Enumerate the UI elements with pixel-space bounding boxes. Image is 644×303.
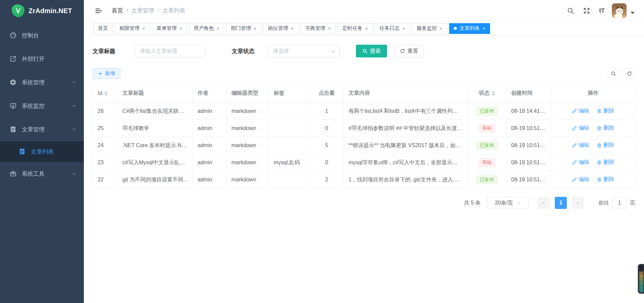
sidebar-item-article[interactable]: 文章管理 (0, 118, 84, 141)
status-filter-select[interactable]: 请选择 (268, 45, 339, 57)
close-icon[interactable]: × (328, 26, 331, 31)
pagination-total: 共 5 条 (464, 200, 481, 207)
sidebar-item-system[interactable]: 系统管理 (0, 71, 84, 94)
title-filter-input[interactable] (135, 45, 205, 57)
column-header-status[interactable]: 状态 (468, 84, 506, 103)
prev-page-button[interactable] (538, 197, 550, 209)
edit-link-label: 编辑 (579, 176, 589, 183)
tab-label: 任务日志 (379, 25, 399, 32)
cell-actions: 编辑删除 (551, 120, 635, 137)
edit-link[interactable]: 编辑 (572, 159, 589, 166)
reset-button[interactable]: 重置 (394, 45, 424, 57)
sidebar-item-article-list[interactable]: 文章列表 (0, 141, 84, 162)
fullscreen-icon[interactable] (583, 7, 590, 14)
page-number-button[interactable]: 1 (555, 197, 567, 209)
cell-id: 22 (93, 171, 118, 188)
goto-page-input[interactable] (612, 197, 627, 209)
column-header-author: 作者 (193, 84, 227, 103)
cell-content: #羽毛球拍参数说明 ## 中管软硬选择以及长度介... (344, 120, 468, 137)
sidebar-item-external[interactable]: 外部打开 (0, 47, 84, 71)
edit-link[interactable]: 编辑 (572, 142, 589, 149)
cell-created: 08-19 10:51:25 (506, 154, 551, 171)
chevron-down-icon (72, 171, 76, 176)
tab-字典管理[interactable]: 字典管理× (301, 23, 336, 34)
search-icon[interactable] (567, 7, 574, 14)
close-icon[interactable]: × (365, 26, 368, 31)
edit-link[interactable]: 编辑 (572, 107, 589, 115)
sort-carets-icon[interactable] (492, 91, 495, 96)
edit-link-label: 编辑 (579, 125, 589, 132)
close-icon[interactable]: × (439, 26, 442, 31)
tab-label: 权限管理 (119, 25, 140, 32)
logo-icon: V (12, 4, 24, 17)
edit-link[interactable]: 编辑 (572, 176, 589, 183)
tab-文章列表[interactable]: 文章列表× (449, 23, 490, 34)
delete-link-label: 删除 (603, 125, 614, 132)
sidebar-item-console[interactable]: 控制台 (0, 24, 84, 47)
cell-author: admin (193, 137, 227, 154)
tab-用户角色[interactable]: 用户角色× (189, 23, 224, 34)
toggle-search-button[interactable] (607, 68, 619, 79)
close-icon[interactable]: × (291, 26, 294, 31)
breadcrumb-item[interactable]: 首页 (112, 7, 123, 14)
avatar[interactable] (612, 3, 627, 18)
cell-actions: 编辑删除 (551, 103, 635, 120)
font-size-icon[interactable]: tT (599, 7, 604, 14)
delete-link[interactable]: 删除 (597, 125, 614, 132)
close-icon[interactable]: × (482, 26, 485, 31)
sidebar-item-monitor[interactable]: 系统监控 (0, 94, 84, 118)
next-page-button[interactable] (572, 197, 584, 209)
delete-link[interactable]: 删除 (597, 176, 614, 183)
tab-label: 服务监控 (417, 25, 437, 32)
cell-title: git 为不同的项目设置不同... (118, 171, 193, 188)
table-row: 25羽毛球教学adminmarkdown0#羽毛球拍参数说明 ## 中管软硬选择… (93, 120, 635, 137)
column-label: 创建时间 (511, 90, 533, 96)
floating-widget[interactable] (638, 264, 644, 294)
page-size-value: 20条/页 (495, 200, 513, 207)
column-header-id[interactable]: id (93, 84, 118, 103)
tab-服务监控[interactable]: 服务监控× (412, 23, 447, 34)
delete-link[interactable]: 删除 (597, 107, 614, 115)
logo[interactable]: V ZrAdmin.NET (0, 0, 84, 21)
sidebar-item-tools[interactable]: 系统工具 (0, 162, 84, 185)
sidebar-item-label: 系统监控 (22, 102, 72, 110)
tab-权限管理[interactable]: 权限管理× (115, 23, 150, 34)
cell-status: 已发布 (468, 103, 506, 120)
delete-link[interactable]: 删除 (597, 159, 614, 166)
cell-tags: mysql,乱码 (269, 154, 310, 171)
sort-carets-icon[interactable] (104, 91, 108, 96)
tab-任务日志[interactable]: 任务日志× (375, 23, 410, 34)
page-size-select[interactable]: 20条/页 (487, 197, 529, 209)
tab-定时任务[interactable]: 定时任务× (338, 23, 373, 34)
close-icon[interactable]: × (179, 26, 182, 31)
search-button[interactable]: 搜索 (356, 45, 387, 57)
cell-created: 08-19 10:51:29 (506, 120, 551, 137)
active-dot-icon (454, 27, 457, 30)
tab-岗位管理[interactable]: 岗位管理× (263, 23, 299, 34)
delete-link-label: 删除 (603, 159, 614, 166)
cell-editor: markdown (227, 171, 269, 188)
close-icon[interactable]: × (142, 26, 145, 31)
document-icon (18, 148, 26, 155)
column-label: 文章标题 (122, 90, 144, 96)
table-row: 23c#写入Mysql中文显示乱码 ...adminmarkdownmysql,… (93, 154, 635, 171)
close-icon[interactable]: × (254, 26, 257, 31)
tab-菜单管理[interactable]: 菜单管理× (152, 23, 187, 34)
delete-link[interactable]: 删除 (597, 142, 614, 149)
sidebar-item-label: 系统管理 (22, 79, 72, 86)
cell-created: 08-19 10:51:27 (506, 137, 551, 154)
column-label: 状态 (479, 90, 490, 96)
close-icon[interactable]: × (402, 26, 405, 31)
cell-actions: 编辑删除 (551, 154, 635, 171)
tab-部门管理[interactable]: 部门管理× (226, 23, 261, 34)
refresh-button[interactable] (624, 68, 635, 79)
tab-label: 部门管理 (231, 25, 251, 32)
caret-down-icon[interactable] (631, 12, 635, 14)
close-icon[interactable]: × (217, 26, 220, 31)
tab-首页[interactable]: 首页 (93, 23, 113, 34)
edit-link[interactable]: 编辑 (572, 125, 589, 132)
tab-label: 文章列表 (460, 25, 480, 32)
cell-id: 23 (93, 154, 118, 171)
add-button[interactable]: 新增 (93, 68, 120, 79)
sidebar-fold-icon[interactable] (95, 7, 102, 14)
